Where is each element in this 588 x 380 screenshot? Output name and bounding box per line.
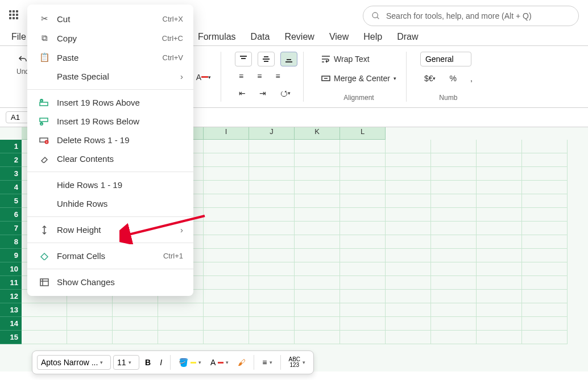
font-color-button[interactable]: A▾ [192,70,215,85]
align-middle-button[interactable] [258,52,275,66]
cell[interactable] [477,290,522,303]
row-header[interactable]: 15 [0,331,22,344]
cell[interactable] [386,331,431,344]
align-left-button[interactable]: ≡ [235,69,247,83]
cell[interactable] [204,276,249,290]
cell[interactable] [204,262,249,276]
menu-formulas[interactable]: Formulas [198,32,236,42]
cell[interactable] [249,222,295,235]
mini-italic-button[interactable]: I [156,356,165,369]
column-header[interactable]: I [204,127,249,140]
decrease-indent-button[interactable]: ⇤ [235,86,250,101]
cell[interactable] [204,181,249,194]
cell[interactable] [522,331,568,344]
cell[interactable] [386,235,431,249]
cell[interactable] [477,208,522,222]
cell[interactable] [295,262,340,276]
cell[interactable] [295,222,340,235]
cell[interactable] [477,167,522,181]
cell[interactable] [477,181,522,194]
cell[interactable] [249,303,295,317]
cell[interactable] [67,317,113,331]
cell[interactable] [158,303,204,317]
cell[interactable] [431,235,477,249]
cell[interactable] [295,290,340,303]
cell[interactable] [113,303,158,317]
cell[interactable] [204,167,249,181]
cell[interactable] [249,181,295,194]
cell[interactable] [295,181,340,194]
menu-review[interactable]: Review [284,32,314,42]
cell[interactable] [340,140,386,153]
cell[interactable] [340,290,386,303]
cell[interactable] [431,181,477,194]
cell[interactable] [22,317,67,331]
row-header[interactable]: 5 [0,194,22,208]
row-header[interactable]: 3 [0,167,22,181]
menu-clear-contents[interactable]: Clear Contents [27,149,193,168]
row-header[interactable]: 4 [0,181,22,194]
cell[interactable] [113,317,158,331]
menu-format-cells[interactable]: Format CellsCtrl+1 [27,247,193,265]
cell[interactable] [386,290,431,303]
row-header[interactable]: 1 [0,140,22,153]
cell[interactable] [295,317,340,331]
row-header[interactable]: 14 [0,317,22,331]
cell[interactable] [249,140,295,153]
cell[interactable] [477,331,522,344]
cell[interactable] [477,235,522,249]
cell[interactable] [249,331,295,344]
cell[interactable] [295,194,340,208]
align-right-button[interactable]: ≡ [271,69,284,83]
menu-paste-special[interactable]: Paste Special› [27,67,193,86]
cell[interactable] [522,140,568,153]
cell[interactable] [67,331,113,344]
cell[interactable] [477,249,522,262]
cell[interactable] [295,249,340,262]
cell[interactable] [295,331,340,344]
cell[interactable] [477,303,522,317]
align-center-button[interactable]: ≡ [253,69,266,83]
cell[interactable] [249,235,295,249]
cell[interactable] [477,262,522,276]
row-header[interactable]: 11 [0,276,22,290]
cell[interactable] [522,194,568,208]
row-header[interactable]: 12 [0,290,22,303]
cell[interactable] [249,249,295,262]
cell[interactable] [477,276,522,290]
cell[interactable] [249,167,295,181]
cell[interactable] [158,331,204,344]
cell[interactable] [204,140,249,153]
cell[interactable] [431,194,477,208]
cell[interactable] [477,140,522,153]
menu-view[interactable]: View [329,32,349,42]
menu-file[interactable]: File [11,32,26,42]
cell[interactable] [340,331,386,344]
currency-button[interactable]: $€▾ [420,71,440,86]
cell[interactable] [295,303,340,317]
cell[interactable] [386,317,431,331]
cell[interactable] [431,208,477,222]
cell[interactable] [522,262,568,276]
cell[interactable] [431,153,477,167]
cell[interactable] [522,222,568,235]
cell[interactable] [386,194,431,208]
cell[interactable] [431,331,477,344]
cell[interactable] [340,208,386,222]
cell[interactable] [340,167,386,181]
cell[interactable] [431,222,477,235]
cell[interactable] [204,235,249,249]
wrap-text-button[interactable]: Wrap Text [317,52,374,66]
number-format-select[interactable]: General [420,52,471,66]
cell[interactable] [340,249,386,262]
menu-insert-rows-below[interactable]: + Insert 19 Rows Below [27,112,193,131]
cell[interactable] [249,153,295,167]
cell[interactable] [522,317,568,331]
cell[interactable] [204,290,249,303]
row-header[interactable]: 13 [0,303,22,317]
mini-bold-button[interactable]: B [142,356,154,369]
cell[interactable] [249,290,295,303]
mini-font-name-select[interactable]: Aptos Narrow ...▾ [37,355,111,370]
cell[interactable] [340,262,386,276]
cell[interactable] [113,331,158,344]
